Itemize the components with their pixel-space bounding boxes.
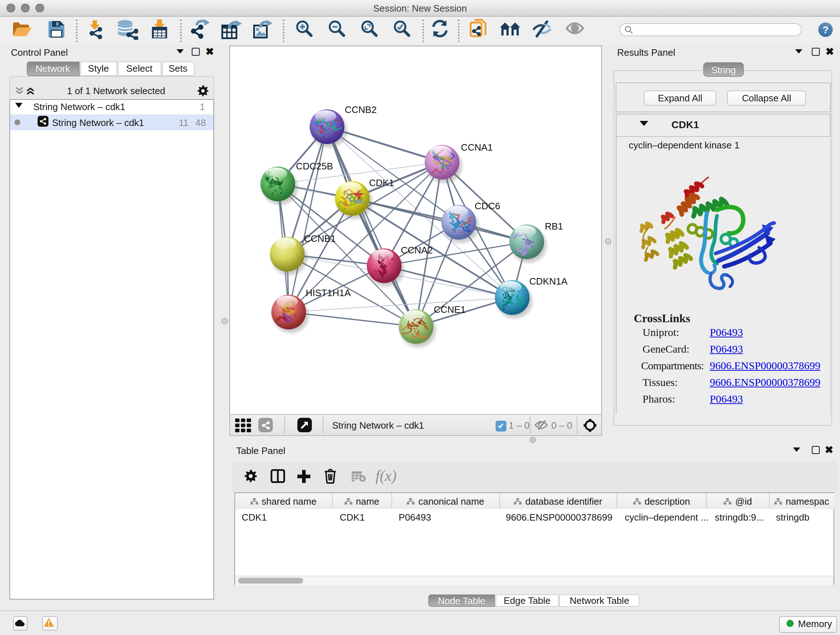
svg-text:CCNA1: CCNA1 (461, 142, 493, 153)
svg-text:CCNE1: CCNE1 (434, 304, 466, 315)
svg-text:CDC25B: CDC25B (296, 161, 333, 172)
svg-text:CCNA2: CCNA2 (401, 245, 433, 256)
svg-text:CCNB2: CCNB2 (345, 104, 377, 115)
svg-text:CDC6: CDC6 (475, 201, 500, 211)
svg-text:CDK1: CDK1 (369, 177, 394, 188)
svg-text:CCNB1: CCNB1 (304, 233, 336, 244)
svg-text:CDKN1A: CDKN1A (529, 276, 568, 287)
svg-text:RB1: RB1 (545, 221, 563, 232)
svg-text:HIST1H1A: HIST1H1A (306, 287, 351, 298)
